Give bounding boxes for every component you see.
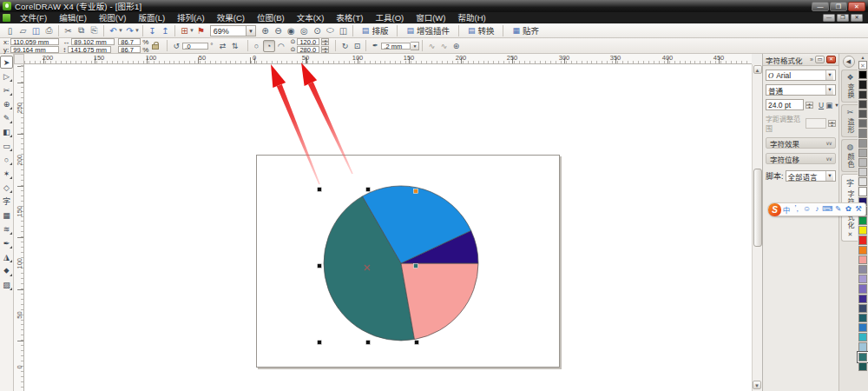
style-dropdown-icon[interactable]: ▼ [825,85,833,95]
zoom-all-objects-icon[interactable]: ◎ [298,24,311,37]
color-swatch[interactable] [858,100,867,109]
wrap-text-2-button[interactable]: ∿ [437,40,450,52]
color-swatch[interactable] [858,362,867,371]
page-area[interactable] [256,155,560,368]
color-swatch[interactable] [858,216,867,225]
tab-transform[interactable]: ❖变换 [841,70,858,103]
typesetting-button[interactable]: ▤排版 [356,24,395,37]
freehand-tool[interactable]: ✎ [0,111,13,124]
scroll-up-icon[interactable]: ▲ [753,65,762,74]
color-swatch[interactable] [858,80,867,89]
vertical-scrollbar[interactable]: ▲ ▼ [752,64,762,391]
color-swatch[interactable] [858,275,867,283]
drawing-canvas[interactable] [24,64,752,391]
copy-icon[interactable]: ⧉ [75,24,88,37]
zoom-selected-icon[interactable]: ◉ [285,24,298,37]
scale-h-field[interactable]: 86.7 [118,38,141,45]
docker-minimize-button[interactable]: ▭ [815,56,825,63]
crop-tool[interactable]: ✂ [0,83,13,96]
text-tool[interactable]: 字 [0,195,13,208]
menu-item-4[interactable]: 排列(A) [171,12,211,23]
color-swatch[interactable] [858,149,867,157]
zoom-page-height-icon[interactable]: ◫ [337,24,350,37]
color-swatch[interactable] [858,119,867,128]
ruler-origin-box[interactable] [14,54,24,64]
docker-close-button[interactable]: ✕ [826,56,836,63]
snap-button[interactable]: ▦贴齐 [506,24,545,37]
color-swatch[interactable] [858,129,867,137]
pie-mode-button[interactable]: ◔ [263,40,275,52]
zoom-level-combo[interactable]: 69% ▼ [210,25,256,36]
doc-close-button[interactable]: ✕ [851,14,863,22]
close-button[interactable]: ✕ [848,2,865,11]
color-swatch[interactable] [858,109,867,118]
menu-item-7[interactable]: 文本(X) [291,12,331,23]
menu-item-9[interactable]: 工具(O) [369,12,410,23]
font-style-combo[interactable]: 普通 ▼ [766,84,836,96]
chinese-mode-icon[interactable]: 中 [781,204,792,215]
menu-item-5[interactable]: 效果(C) [211,12,251,23]
application-launcher-icon-dropdown[interactable]: ▼ [189,28,194,33]
basic-shapes-tool[interactable]: ◇ [0,181,13,194]
color-swatch[interactable] [858,235,867,244]
tab-color[interactable]: ◍颜色 [841,139,858,172]
restore-button[interactable]: ❐ [830,2,847,11]
section-character-effects[interactable]: 字符效果 ∨∨ [766,137,836,149]
color-swatch[interactable] [858,265,867,274]
font-dropdown-icon[interactable]: ▼ [825,70,833,80]
open-icon[interactable]: ▱ [16,24,30,37]
color-swatch[interactable] [858,284,867,293]
paste-icon[interactable]: ⎘ [88,24,101,37]
zoom-page-icon[interactable]: ⊙ [311,24,324,37]
fill-tool[interactable]: ⬥ [0,264,13,277]
color-swatch[interactable] [858,70,867,79]
ellipse-mode-button[interactable]: ○ [251,40,263,52]
interactive-fill-tool[interactable]: ▨ [0,278,13,291]
doc-minimize-button[interactable]: — [823,14,835,22]
menu-item-1[interactable]: 编辑(E) [53,12,93,23]
scrollbar-thumb[interactable] [753,169,762,247]
rectangle-tool[interactable]: ▭ [0,139,13,152]
ellipse-tool[interactable]: ○ [0,153,13,166]
color-swatch[interactable] [858,90,867,99]
pie-end-angle-field[interactable]: 280.0 [297,46,319,53]
color-swatch[interactable] [858,255,867,264]
tab-character-formatting-close-icon[interactable]: ✕ [848,231,853,238]
polygon-tool[interactable]: ✶ [0,167,13,180]
menu-item-8[interactable]: 表格(T) [330,12,369,23]
mirror-vertical-button[interactable]: ⇅ [229,40,241,52]
menu-item-11[interactable]: 帮助(H) [451,12,491,23]
sogou-logo-icon[interactable]: S [768,203,781,216]
color-swatch[interactable] [858,246,867,255]
menu-item-10[interactable]: 窗口(W) [410,12,451,23]
welcome-screen-icon[interactable]: ⚑ [194,24,207,37]
expand-chevron-icon[interactable]: ∨∨ [825,140,832,146]
tab-shaping[interactable]: ✂造形 [841,104,858,137]
object-width-field[interactable]: 89.102 mm [71,38,115,45]
object-y-field[interactable]: 99.164 mm [10,46,59,53]
minimize-button[interactable]: — [812,2,829,11]
zoom-out-icon[interactable]: ⊖ [272,24,285,37]
redo-icon-dropdown[interactable]: ▼ [135,28,140,33]
outline-width-dropdown[interactable]: ▼ [411,42,419,50]
doc-restore-button[interactable]: ❐ [837,14,849,22]
cut-icon[interactable]: ✂ [62,24,75,37]
color-swatch[interactable] [858,226,867,235]
menu-item-2[interactable]: 视图(V) [93,12,133,23]
handwriting-icon[interactable]: ✎ [833,204,844,215]
outline-width-field[interactable]: .2 mm [381,43,411,50]
expand-chevron-icon[interactable]: ∨∨ [825,156,832,162]
color-swatch[interactable] [858,323,867,332]
zoom-tool[interactable]: ⊕ [0,97,13,110]
palette-scroll-up-icon[interactable]: ▲ [859,55,866,60]
shape-tool[interactable]: ▷ [0,70,13,83]
color-swatch[interactable] [858,158,867,167]
color-swatch[interactable] [858,353,867,361]
menu-item-3[interactable]: 版面(L) [132,12,171,23]
scale-lock-icon[interactable] [152,44,159,50]
mirror-horizontal-button[interactable]: ⇄ [217,40,229,52]
settings-gear-icon[interactable]: ⊛ [450,40,462,52]
script-combo[interactable]: 全部语言 ▼ [786,170,836,182]
save-icon[interactable]: ◫ [30,24,43,37]
arc-mode-button[interactable]: ◠ [275,40,287,52]
